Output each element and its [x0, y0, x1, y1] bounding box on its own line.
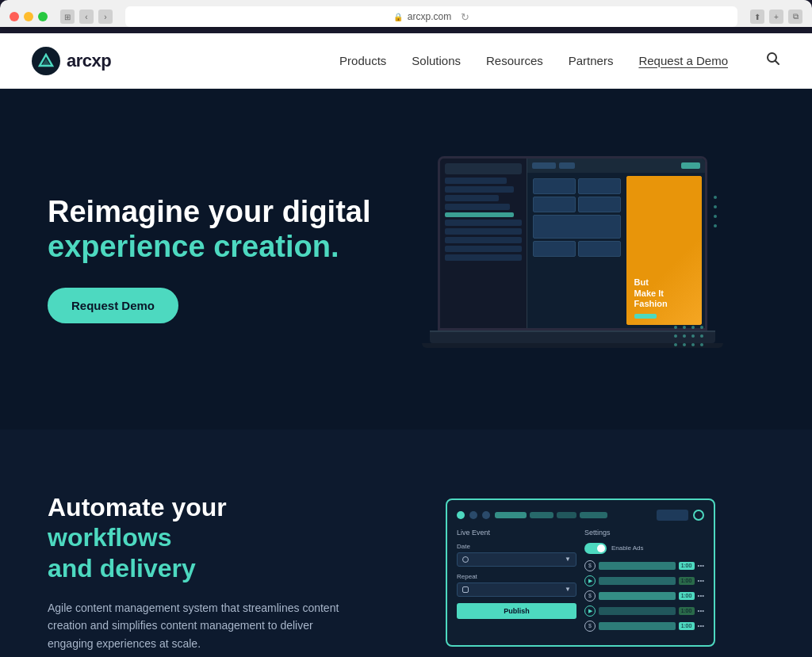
- section2-content: Automate your workflowsand delivery Agil…: [48, 492, 349, 652]
- more-icon-3[interactable]: •••: [698, 592, 704, 599]
- browser-controls: ⊞ ‹ ›: [60, 10, 113, 24]
- hero-cta-button[interactable]: Request Demo: [48, 288, 178, 323]
- browser-actions: ⬆ + ⧉: [750, 10, 802, 24]
- dash-tag-3: 1:00: [679, 592, 695, 600]
- dash-left-panel: Live Event Date ▼ Repeat: [457, 529, 576, 636]
- website: arcxp Products Solutions Resources Partn…: [0, 33, 812, 657]
- dash-row-5: $ 1:00 •••: [584, 621, 704, 632]
- dash-tag-5: 1:00: [679, 622, 695, 630]
- logo-text: arcxp: [67, 51, 111, 71]
- dash-bar-4: [599, 607, 676, 615]
- dash-tag-4: 1:00: [679, 607, 695, 615]
- dash-btn-right[interactable]: [657, 510, 688, 521]
- section2-description: Agile content management system that str…: [48, 599, 349, 652]
- enable-ads-label: Enable Ads: [611, 544, 643, 552]
- date-input[interactable]: ▼: [457, 552, 576, 567]
- toggle-thumb: [597, 544, 605, 552]
- dash-bar-5: [599, 622, 676, 630]
- share-icon[interactable]: ⬆: [750, 10, 764, 24]
- dashboard-mockup: Live Event Date ▼ Repeat: [446, 498, 715, 647]
- chevron-down-icon: ▼: [565, 556, 571, 563]
- back-icon[interactable]: ‹: [79, 10, 94, 24]
- navigation: arcxp Products Solutions Resources Partn…: [0, 33, 812, 89]
- laptop-main-area: But Make It Fashion: [527, 159, 705, 328]
- more-icon-4[interactable]: •••: [698, 607, 704, 614]
- hero-content: Reimagine your digital experience creati…: [48, 195, 381, 323]
- nav-request-demo[interactable]: Request a Demo: [638, 54, 728, 67]
- clock-icon: [462, 556, 469, 563]
- more-icon-5[interactable]: •••: [698, 622, 704, 629]
- section2-title: Automate your workflowsand delivery: [48, 492, 349, 583]
- settings-label: Settings: [584, 529, 704, 537]
- enable-ads-toggle[interactable]: Enable Ads: [584, 543, 704, 554]
- dash-row-4: ▶ 1:00 •••: [584, 605, 704, 617]
- tabs-icon[interactable]: ⧉: [788, 10, 802, 24]
- laptop-fashion-panel: But Make It Fashion: [626, 176, 702, 325]
- hero-section: Reimagine your digital experience creati…: [0, 89, 812, 430]
- repeat-icon: [462, 586, 469, 593]
- dash-row-3: $ 1:00 •••: [584, 590, 704, 602]
- maximize-button[interactable]: [38, 12, 48, 21]
- dash-right-panel: Settings Enable Ads $ 1:00 •••: [584, 529, 704, 636]
- fashion-text: But Make It Fashion: [634, 277, 668, 309]
- browser-chrome: ⊞ ‹ › 🔒 arcxp.com ↻ ⬆ + ⧉: [0, 0, 812, 27]
- nav-solutions[interactable]: Solutions: [412, 54, 461, 67]
- logo-icon: [32, 47, 60, 75]
- search-icon[interactable]: [766, 53, 780, 69]
- new-tab-icon[interactable]: +: [769, 10, 783, 24]
- section2: Automate your workflowsand delivery Agil…: [0, 430, 812, 657]
- dash-bar-3: [599, 592, 676, 600]
- forward-icon[interactable]: ›: [98, 10, 113, 24]
- nav-links: Products Solutions Resources Partners Re…: [339, 52, 780, 70]
- browser-titlebar: ⊞ ‹ › 🔒 arcxp.com ↻ ⬆ + ⧉: [10, 6, 802, 27]
- nav-products[interactable]: Products: [339, 54, 386, 67]
- dashboard-header: [457, 510, 704, 521]
- hero-title: Reimagine your digital experience creati…: [48, 195, 381, 264]
- dash-row-1: $ 1:00 •••: [584, 560, 704, 571]
- dash-tag-1: 1:00: [679, 562, 695, 570]
- dash-close-icon[interactable]: [693, 510, 704, 521]
- refresh-icon[interactable]: ↻: [461, 11, 469, 23]
- dash-dot-dark2: [482, 511, 490, 519]
- dash-header-bars: [495, 512, 652, 518]
- logo[interactable]: arcxp: [32, 47, 111, 75]
- dash-bar-1: [599, 562, 676, 570]
- dash-bar-2: [599, 577, 676, 585]
- dash-dot-teal: [457, 511, 465, 519]
- more-icon-2[interactable]: •••: [698, 577, 704, 584]
- traffic-lights: [10, 12, 48, 21]
- close-button[interactable]: [10, 12, 19, 21]
- dash-row-2: ▶ 1:00 •••: [584, 575, 704, 586]
- dollar-icon-3: $: [584, 621, 596, 632]
- live-event-label: Live Event: [457, 529, 576, 537]
- nav-partners[interactable]: Partners: [569, 54, 614, 67]
- nav-resources[interactable]: Resources: [486, 54, 543, 67]
- play-icon-1: ▶: [584, 575, 596, 586]
- dollar-icon-1: $: [584, 560, 596, 571]
- laptop-base: [430, 330, 715, 343]
- lock-icon: 🔒: [393, 13, 403, 21]
- minimize-button[interactable]: [24, 12, 33, 21]
- play-icon-2: ▶: [584, 605, 596, 617]
- repeat-input[interactable]: ▼: [457, 583, 576, 597]
- section2-visual: Live Event Date ▼ Repeat: [396, 498, 764, 647]
- laptop-left-panel: [530, 176, 623, 325]
- dash-tag-2: 1:00: [679, 577, 695, 585]
- sidebar-toggle-icon[interactable]: ⊞: [60, 10, 75, 24]
- dollar-icon-2: $: [584, 590, 596, 602]
- url-text: arcxp.com: [408, 11, 451, 22]
- repeat-field: Repeat ▼: [457, 573, 576, 597]
- dashboard-body: Live Event Date ▼ Repeat: [457, 529, 704, 636]
- toggle-track: [584, 543, 607, 554]
- laptop-sidebar: [440, 159, 527, 328]
- date-field: Date ▼: [457, 543, 576, 567]
- svg-line-3: [776, 61, 779, 65]
- more-icon-1[interactable]: •••: [698, 562, 704, 569]
- dash-dot-dark1: [469, 511, 477, 519]
- chevron-down-icon2: ▼: [565, 586, 571, 593]
- hero-visual: But Make It Fashion: [381, 156, 764, 362]
- laptop-screen: But Make It Fashion: [438, 156, 707, 330]
- dots-decoration-bottom: [674, 326, 703, 346]
- publish-button[interactable]: Publish: [457, 603, 576, 619]
- address-bar[interactable]: 🔒 arcxp.com ↻: [125, 6, 737, 27]
